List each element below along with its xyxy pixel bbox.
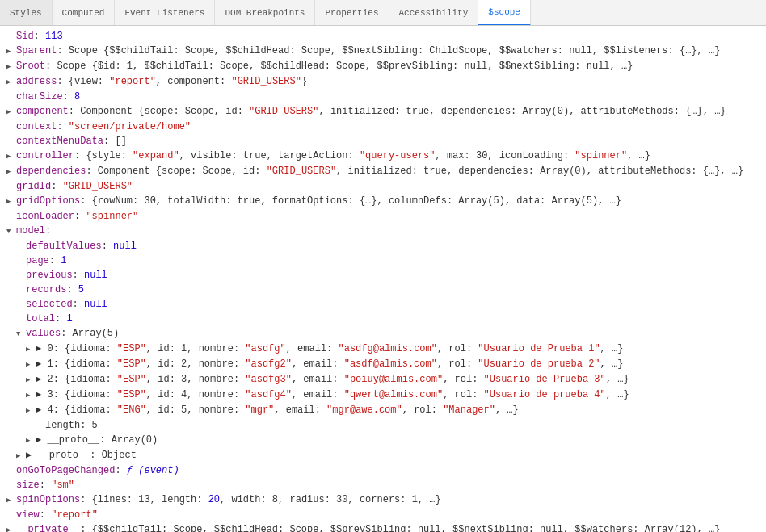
line-part-plain: length: 5 <box>45 418 98 433</box>
line-part-string-val: "ESP" <box>117 372 146 387</box>
line-part-plain: : <box>45 224 51 238</box>
tab-styles[interactable]: Styles <box>0 0 53 25</box>
line-part-string-val: "GRID_USERS" <box>267 164 336 178</box>
line-part-plain: : <box>66 283 78 297</box>
line-part-string-val: "qwert@almis.com" <box>344 387 443 402</box>
tree-toggle[interactable] <box>6 194 16 209</box>
line-part-plain: ▶ 1: {idioma: <box>36 357 117 371</box>
tree-toggle[interactable] <box>6 164 16 179</box>
tab-computed[interactable]: Computed <box>53 0 116 25</box>
line-part-plain: , email: <box>274 403 326 417</box>
line-part-string-val: "ESP" <box>117 341 146 356</box>
line-part-plain: : Component {scope: Scope, id: <box>86 164 266 178</box>
scope-line: contextMenuData: [] <box>0 134 766 149</box>
scope-line: gridId: "GRID_USERS" <box>0 179 766 194</box>
tab-properties[interactable]: Properties <box>315 0 389 25</box>
scope-line: model: <box>0 224 766 239</box>
tree-toggle[interactable] <box>6 224 16 239</box>
line-part-string-val: "asdfg" <box>245 341 285 356</box>
tree-toggle[interactable] <box>26 357 36 372</box>
line-part-key: records <box>26 283 66 297</box>
line-part-plain: : Scope {$$childTail: Scope, $$childHead… <box>57 44 720 58</box>
tree-toggle[interactable] <box>26 341 36 357</box>
tree-toggle[interactable] <box>6 149 16 164</box>
tree-toggle[interactable] <box>26 403 36 418</box>
line-part-plain: , initialized: true, dependencies: Array… <box>336 164 743 178</box>
line-part-null-val: null <box>84 268 107 283</box>
line-part-plain: : <box>115 463 126 478</box>
scope-line: ▶ 4: {idioma: "ENG", id: 5, nombre: "mgr… <box>0 403 766 418</box>
tab-dom-breakpoints[interactable]: DOM Breakpoints <box>215 0 315 25</box>
line-part-string-val: "mgr@awe.com" <box>326 403 402 417</box>
line-part-string-val: "ESP" <box>117 357 146 371</box>
line-part-plain: , …} <box>600 357 624 371</box>
scope-line: ▶ 3: {idioma: "ESP", id: 4, nombre: "asd… <box>0 387 766 403</box>
scope-line: previous: null <box>0 268 766 283</box>
scope-line: dependencies: Component {scope: Scope, i… <box>0 164 766 179</box>
line-part-plain: , email: <box>292 357 344 371</box>
scope-line: ▶ __proto__: Object <box>0 448 766 463</box>
tab-bar: StylesComputedEvent ListenersDOM Breakpo… <box>0 0 766 26</box>
line-part-plain: , max: 30, iconLoading: <box>436 149 575 163</box>
line-part-string-val: "asdfg4" <box>245 387 292 402</box>
line-part-key: $parent <box>16 44 57 58</box>
tree-toggle[interactable] <box>26 372 36 387</box>
line-part-key: view <box>16 508 40 522</box>
line-part-plain: : <box>40 478 51 492</box>
line-part-string-val: "spinner" <box>86 209 138 224</box>
scope-line: defaultValues: null <box>0 239 766 253</box>
line-part-plain: : {rowNum: 30, totalWidth: true, formatO… <box>80 194 621 208</box>
line-part-plain: : <box>73 268 84 283</box>
line-part-plain: , component: <box>156 74 232 89</box>
line-part-num-val: 8 <box>74 90 80 104</box>
line-part-plain: , id: 5, nombre: <box>146 403 245 417</box>
line-part-key: onGoToPageChanged <box>16 463 115 478</box>
line-part-plain: : {view: <box>57 74 109 89</box>
scope-line: charSize: 8 <box>0 90 766 104</box>
line-part-string-val: "report" <box>51 508 98 522</box>
line-part-string-val: "asdf@almis.com" <box>344 357 437 371</box>
line-part-plain: , visible: true, targetAction: <box>179 149 360 163</box>
line-part-key: charSize <box>16 90 63 104</box>
scope-line: address: {view: "report", component: "GR… <box>0 74 766 90</box>
line-part-key: dependencies <box>16 164 86 178</box>
line-part-plain: , id: 4, nombre: <box>146 387 245 402</box>
line-part-string-val: "mgr" <box>245 403 274 417</box>
tab-accessibility[interactable]: Accessibility <box>389 0 479 25</box>
tree-toggle[interactable] <box>16 326 26 341</box>
tree-toggle[interactable] <box>6 104 16 119</box>
line-part-string-val: "GRID_USERS" <box>231 74 301 89</box>
line-part-key: page <box>26 253 49 268</box>
scope-line: $parent: Scope {$$childTail: Scope, $$ch… <box>0 44 766 59</box>
tree-toggle[interactable] <box>6 74 16 90</box>
line-part-plain: , id: 1, nombre: <box>146 341 245 356</box>
line-part-string-val: "sm" <box>51 478 74 492</box>
line-part-key: context <box>16 119 57 134</box>
tab-$scope[interactable]: $scope <box>478 0 531 26</box>
tree-toggle[interactable] <box>26 387 36 403</box>
line-part-plain: : Scope {$id: 1, $$childTail: Scope, $$c… <box>45 59 633 73</box>
scope-line: iconLoader: "spinner" <box>0 209 766 224</box>
tree-toggle[interactable] <box>16 448 26 463</box>
tree-toggle[interactable] <box>6 59 16 74</box>
line-part-key: values <box>26 326 61 341</box>
line-part-null-val: null <box>113 239 137 253</box>
line-part-key: defaultValues <box>26 239 102 253</box>
line-part-string-val: "GRID_USERS" <box>63 179 133 194</box>
line-part-plain: : Component {scope: Scope, id: <box>69 104 249 119</box>
line-part-plain: : [] <box>103 134 127 149</box>
tree-toggle[interactable] <box>6 492 16 508</box>
line-part-plain: ▶ __proto__: Object <box>26 448 137 463</box>
line-part-plain: , …} <box>600 341 624 356</box>
tab-event-listeners[interactable]: Event Listeners <box>115 0 215 25</box>
line-part-plain: : <box>40 508 51 522</box>
line-part-plain: : {lines: 13, length: <box>80 492 208 507</box>
line-part-string-val: "report" <box>109 74 156 89</box>
line-part-plain: : <box>49 253 61 268</box>
line-part-plain: : <box>51 179 62 194</box>
line-part-string-val: "Usuario de Prueba 1" <box>478 341 600 356</box>
line-part-num-val: 113 <box>45 29 63 44</box>
tree-toggle[interactable] <box>6 44 16 59</box>
tree-toggle[interactable] <box>26 433 36 448</box>
tree-toggle[interactable] <box>6 522 16 532</box>
